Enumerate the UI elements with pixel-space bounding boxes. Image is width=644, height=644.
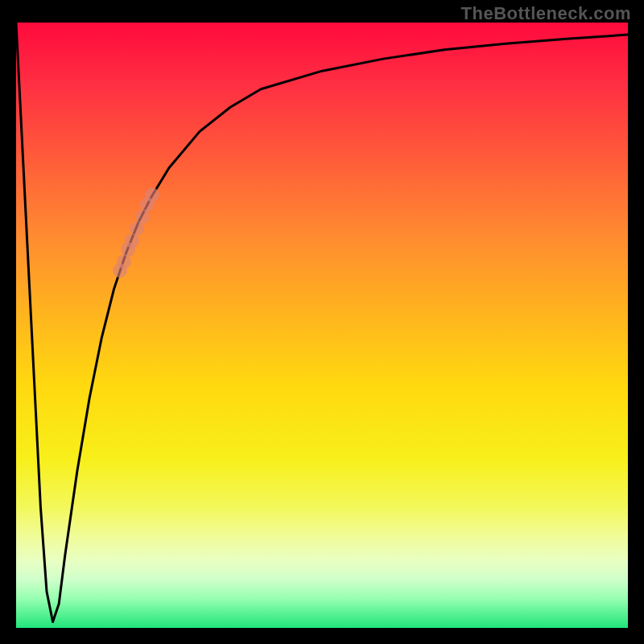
source-attribution: TheBottleneck.com xyxy=(461,3,631,24)
plot-area xyxy=(16,23,628,628)
curve-marker xyxy=(145,188,159,202)
marker-layer xyxy=(16,23,628,628)
chart-frame: TheBottleneck.com xyxy=(0,0,644,644)
